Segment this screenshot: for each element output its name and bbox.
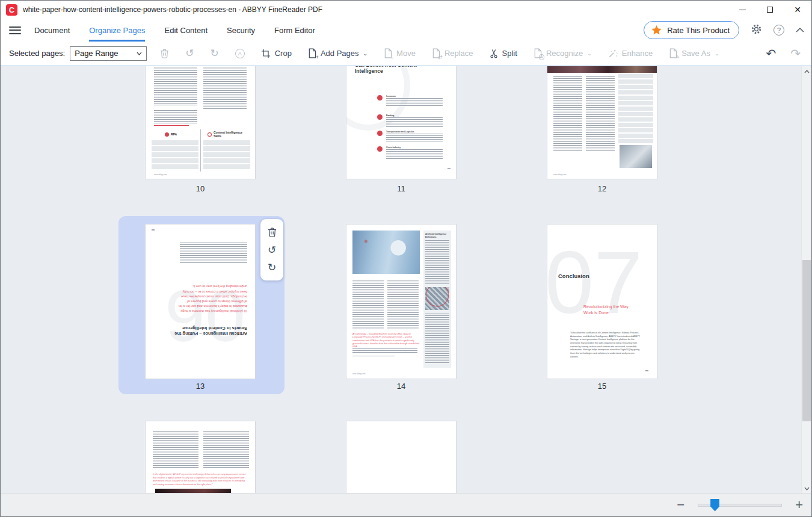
photo-strip <box>547 66 657 73</box>
rate-button-label: Rate This Product <box>667 26 730 35</box>
magic-wand-icon <box>608 49 618 58</box>
replace-button[interactable]: ⇄ Replace <box>432 48 473 58</box>
minimize-button[interactable] <box>728 1 756 19</box>
add-pages-label: Add Pages <box>321 49 359 58</box>
table-cell <box>203 140 250 145</box>
page-thumbnail-12[interactable]: www.abbyy.com <box>547 66 657 179</box>
rotate-right-button[interactable]: ↻ <box>210 48 218 58</box>
page-range-dropdown[interactable]: Page Range <box>70 46 147 61</box>
byline-accent <box>154 125 189 126</box>
delete-page-button[interactable] <box>160 48 169 58</box>
rotate-left-icon: ↺ <box>185 48 194 58</box>
vertical-scrollbar[interactable] <box>801 66 811 494</box>
move-button[interactable]: → Move <box>384 48 416 58</box>
table-header-left: RPA <box>171 132 177 136</box>
bullet-item <box>618 74 653 78</box>
photo-robot <box>352 231 420 274</box>
recognize-button[interactable]: A Recognize ⌄ <box>534 48 592 58</box>
scroll-up-button[interactable] <box>802 66 811 77</box>
page-footer: www.abbyy.com <box>154 173 167 176</box>
zoom-slider-handle[interactable] <box>710 499 719 512</box>
rotate-right-icon[interactable]: ↻ <box>268 262 276 273</box>
app-window: C white-paper-how-content-intelligence-p… <box>0 0 812 517</box>
content-intelligence-icon <box>208 132 212 137</box>
chevron-down-icon: ⌄ <box>715 51 719 57</box>
tab-document[interactable]: Document <box>34 19 70 42</box>
insurance-icon <box>377 95 383 101</box>
page-number-mark <box>152 229 155 231</box>
page-thumbnail-16[interactable]: In the digital world, "AI skill" represe… <box>145 421 256 494</box>
sidebar-heading: Artificial Intelligence Definitions <box>425 233 449 238</box>
table-header: RPA Content Intelligence Skills <box>152 129 250 139</box>
scrollbar-thumb[interactable] <box>802 260 811 421</box>
window-title: white-paper-how-content-intelligence-pow… <box>23 5 322 14</box>
page-heading: Can Benefit from Content Intelligence <box>355 66 445 74</box>
save-as-button[interactable]: ✎ Save As ⌄ <box>669 48 719 58</box>
page-label-14: 14 <box>346 382 457 391</box>
page-range-value: Page Range <box>75 49 118 58</box>
text-lines <box>203 66 247 109</box>
text-lines <box>425 240 449 285</box>
page-grid: RPA Content Intelligence Skills www.abby… <box>1 66 802 494</box>
help-icon[interactable]: ? <box>774 25 784 36</box>
bullet-item <box>618 134 653 138</box>
split-button[interactable]: Split <box>490 49 517 58</box>
add-pages-button[interactable]: + Add Pages ⌄ <box>308 48 368 58</box>
table-cell <box>152 152 198 157</box>
page-number-mark <box>448 168 451 169</box>
page-number-mark <box>645 370 648 371</box>
page-thumbnail-10[interactable]: RPA Content Intelligence Skills www.abby… <box>145 66 256 179</box>
rotated-page-content: 06 Artificial Intelligence – Putting the… <box>146 224 255 379</box>
cross-industry-icon <box>377 146 383 152</box>
bullet-item <box>618 96 653 100</box>
tab-form-editor[interactable]: Form Editor <box>274 19 315 42</box>
undo-button[interactable]: ↶ <box>766 48 776 60</box>
text-lines <box>386 98 443 107</box>
auto-rotate-button[interactable]: A <box>235 49 245 58</box>
page-thumbnail-17[interactable] <box>346 421 457 494</box>
maximize-button[interactable] <box>756 1 784 19</box>
tab-organize-pages[interactable]: Organize Pages <box>89 19 145 42</box>
tab-edit-content[interactable]: Edit Content <box>164 19 208 42</box>
section-label: Transportation and Logistics <box>386 131 414 133</box>
minimize-icon <box>739 10 746 10</box>
rotate-left-icon[interactable]: ↺ <box>268 245 276 255</box>
settings-gear-icon[interactable] <box>751 23 762 37</box>
trash-icon <box>160 48 169 58</box>
lead-paragraph: Revolutionizing the Way Work is Done. <box>583 304 639 316</box>
hamburger-menu-icon[interactable] <box>9 19 21 42</box>
auto-rotate-icon: A <box>235 49 245 58</box>
rate-this-product-button[interactable]: Rate This Product <box>644 21 739 39</box>
bullet-item <box>618 117 653 122</box>
zoom-slider-track[interactable] <box>698 504 782 507</box>
section-label: Cross-Industry <box>386 146 401 149</box>
delete-page-icon[interactable] <box>268 227 277 237</box>
replace-label: Replace <box>444 49 473 58</box>
page-thumbnail-11[interactable]: Can Benefit from Content Intelligence In… <box>346 66 457 179</box>
enhance-button[interactable]: Enhance <box>608 49 653 58</box>
crop-button[interactable]: Crop <box>261 49 292 58</box>
menu-bar: Document Organize Pages Edit Content Sec… <box>1 19 811 42</box>
text-lines <box>553 76 582 152</box>
section-label: Banking <box>386 114 394 117</box>
tab-security[interactable]: Security <box>227 19 255 42</box>
redo-button[interactable]: ↷ <box>790 48 801 60</box>
text-lines <box>352 348 417 353</box>
page-thumbnail-15[interactable]: 07 Conclusion Revolutionizing the Way Wo… <box>547 224 657 379</box>
page-thumbnail-14[interactable]: Artificial Intelligence Definitions AI t… <box>346 224 457 379</box>
table-cell <box>203 152 250 157</box>
text-lines <box>352 356 395 358</box>
rotate-left-button[interactable]: ↺ <box>185 48 194 58</box>
bullet-item <box>618 128 653 132</box>
page-label-11: 11 <box>346 184 457 193</box>
page-label-12: 12 <box>547 184 657 193</box>
lead-paragraph: AI (Artificial Intelligence) has become … <box>177 284 247 314</box>
recognize-label: Recognize <box>546 49 583 58</box>
collapse-toolbar-chevron-icon[interactable] <box>796 28 804 33</box>
chevron-down-icon: ⌄ <box>587 51 592 57</box>
recognize-page-icon: A <box>534 48 542 58</box>
page-thumbnail-13-selected[interactable]: 06 Artificial Intelligence – Putting the… <box>145 224 256 379</box>
close-button[interactable]: ✕ <box>784 1 811 19</box>
table-divider <box>200 129 201 172</box>
page-label-15: 15 <box>547 382 657 391</box>
